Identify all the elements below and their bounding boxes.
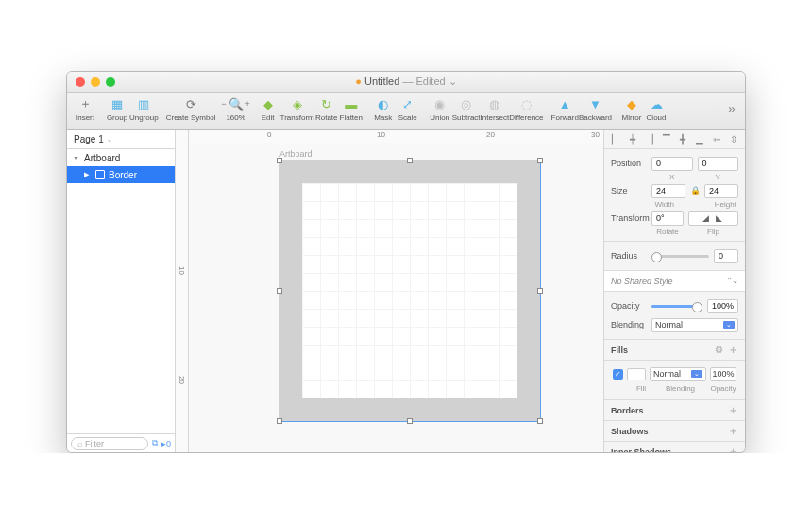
height-input[interactable]: 24 (704, 184, 738, 198)
flip-buttons[interactable]: ◢ ◣ (688, 211, 738, 226)
ungroup-button[interactable]: ▥Ungroup (129, 95, 159, 122)
resize-handle[interactable] (407, 418, 413, 424)
opacity-label: Opacity (611, 301, 647, 311)
flatten-button[interactable]: ▬Flatten (339, 95, 364, 122)
resize-handle[interactable] (537, 418, 543, 424)
dropdown-icon: ⌄ (691, 370, 702, 378)
scale-button[interactable]: ⤢Scale (396, 95, 420, 122)
toolbar-overflow-icon[interactable]: » (724, 95, 739, 116)
subtract-button[interactable]: ◎Subtract (452, 95, 481, 122)
forward-icon: ▲ (556, 95, 573, 112)
group-label: Group (107, 113, 127, 122)
ruler-corner[interactable] (176, 130, 189, 143)
disclosure-triangle-icon[interactable]: ▶ (84, 171, 92, 178)
title-dropdown-icon[interactable]: ⌄ (448, 76, 457, 87)
backward-button[interactable]: ▼Backward (579, 95, 612, 122)
dirty-indicator: ● (355, 76, 362, 87)
inner-shadows-section[interactable]: Inner Shadows＋ (604, 442, 745, 452)
gear-icon[interactable]: ⚙ (715, 345, 723, 355)
mask-button[interactable]: ◐Mask (371, 95, 396, 122)
align-right-icon[interactable]: ▕ (644, 134, 655, 145)
document-title[interactable]: Untitled (364, 76, 399, 87)
zoom-icon: −🔍+ (228, 95, 245, 112)
align-bottom-icon[interactable]: ▁ (694, 134, 705, 145)
x-input[interactable]: 0 (651, 157, 693, 171)
difference-button[interactable]: ◌Difference (509, 95, 543, 122)
cloud-label: Cloud (647, 113, 667, 122)
distribute-h-icon[interactable]: ⇿ (711, 134, 722, 145)
add-border-icon[interactable]: ＋ (728, 403, 738, 417)
add-shadow-icon[interactable]: ＋ (728, 424, 738, 438)
filter-toggle-icon[interactable]: ⧉ (152, 438, 158, 448)
fill-blend-select[interactable]: Normal⌄ (650, 367, 706, 381)
page-selector[interactable]: Page 1 ⌄ (67, 130, 175, 149)
flatten-label: Flatten (340, 113, 363, 122)
radius-input[interactable]: 0 (714, 249, 738, 263)
opacity-slider[interactable] (651, 305, 702, 308)
shadows-section[interactable]: Shadows＋ (604, 421, 745, 442)
app-window: ● Untitled — Edited ⌄ ＋Insert ▦Group ▥Un… (66, 71, 746, 453)
cloud-button[interactable]: ☁Cloud (644, 95, 668, 122)
minimize-button[interactable] (91, 77, 100, 87)
width-input[interactable]: 24 (651, 184, 685, 198)
mask-label: Mask (374, 113, 392, 122)
zoom-control[interactable]: −🔍+160% (224, 95, 248, 122)
add-fill-icon[interactable]: ＋ (728, 343, 738, 357)
disclosure-triangle-icon[interactable]: ▼ (73, 155, 80, 161)
rotate-button[interactable]: ↻Rotate (314, 95, 339, 122)
opacity-input[interactable]: 100% (707, 299, 738, 313)
page-label: Page 1 (74, 134, 104, 144)
layer-label: Artboard (84, 153, 120, 163)
difference-label: Difference (509, 113, 543, 122)
canvas-area: 0 10 20 30 10 20 Artboard (176, 130, 603, 452)
lock-icon[interactable]: 🔒 (690, 186, 700, 195)
blending-select[interactable]: Normal⌄ (651, 318, 738, 332)
close-button[interactable] (76, 77, 85, 87)
add-inner-shadow-icon[interactable]: ＋ (728, 445, 738, 452)
resize-handle[interactable] (407, 158, 413, 163)
y-label: Y (698, 173, 739, 181)
resize-handle[interactable] (537, 158, 543, 163)
radius-slider[interactable] (651, 255, 709, 258)
align-top-icon[interactable]: ▔ (661, 134, 672, 145)
filter-count[interactable]: ▸0 (161, 439, 171, 448)
ruler-horizontal[interactable]: 0 10 20 30 (176, 130, 603, 143)
rotate-input[interactable]: 0° (651, 211, 684, 226)
resize-handle[interactable] (277, 418, 282, 424)
edit-button[interactable]: ◆Edit (256, 95, 280, 122)
transform-label: Transform (611, 213, 647, 223)
filter-placeholder: Filter (85, 439, 104, 448)
insert-button[interactable]: ＋Insert (73, 95, 97, 122)
ruler-vertical[interactable]: 10 20 (176, 143, 189, 452)
mirror-button[interactable]: ◆Mirror (619, 95, 644, 122)
borders-section[interactable]: Borders＋ (604, 400, 745, 421)
align-middle-icon[interactable]: ╋ (677, 134, 688, 145)
y-input[interactable]: 0 (698, 157, 739, 171)
canvas[interactable]: Artboard (189, 143, 603, 452)
resize-handle[interactable] (537, 288, 543, 294)
artboard-label[interactable]: Artboard (279, 149, 313, 159)
ungroup-icon: ▥ (135, 95, 152, 112)
ruler-tick: 20 (178, 376, 186, 384)
filter-input[interactable]: ⌕ Filter (71, 437, 148, 450)
forward-button[interactable]: ▲Forward (551, 95, 579, 122)
align-center-icon[interactable]: ┿ (627, 134, 638, 145)
scale-icon: ⤢ (399, 95, 416, 112)
shared-style-select[interactable]: No Shared Style ⌃⌄ (604, 271, 745, 292)
resize-handle[interactable] (277, 288, 282, 294)
align-left-icon[interactable]: ▏ (610, 134, 621, 145)
zoom-button[interactable] (106, 77, 115, 87)
distribute-v-icon[interactable]: ⇳ (728, 134, 739, 145)
union-button[interactable]: ◉Union (428, 95, 452, 122)
cloud-icon: ☁ (648, 95, 665, 112)
fill-enabled-checkbox[interactable]: ✓ (613, 369, 623, 380)
group-button[interactable]: ▦Group (105, 95, 129, 122)
layer-artboard[interactable]: ▼ Artboard (67, 149, 175, 166)
layer-border[interactable]: ▶ Border (67, 166, 175, 183)
resize-handle[interactable] (277, 158, 282, 163)
intersect-button[interactable]: ◍Intersect (481, 95, 510, 122)
fill-opacity-input[interactable]: 100% (710, 367, 736, 381)
fill-color-swatch[interactable] (627, 368, 646, 380)
transform-button[interactable]: ◈Transform (280, 95, 314, 122)
create-symbol-button[interactable]: ⟳Create Symbol (166, 95, 216, 122)
